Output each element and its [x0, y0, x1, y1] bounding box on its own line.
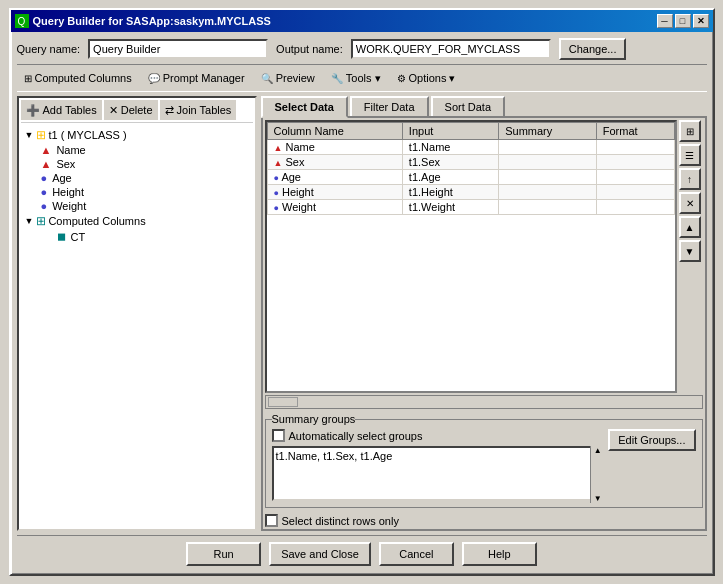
cell-input-3: t1.Height	[402, 185, 498, 200]
output-name-label: Output name:	[276, 43, 343, 55]
cell-format-4	[596, 200, 674, 215]
prompt-manager-icon: 💬	[148, 73, 160, 84]
options-button[interactable]: ⚙ Options ▾	[390, 67, 463, 89]
distinct-rows-checkbox[interactable]	[265, 514, 278, 527]
tab-select-data[interactable]: Select Data	[261, 96, 348, 118]
tree-item-t1[interactable]: ▼ ⊞ t1 ( MYCLASS )	[21, 127, 253, 143]
add-tables-label: Add Tables	[43, 104, 97, 116]
join-tables-button[interactable]: ⇄ Join Tables	[160, 100, 237, 120]
row-name-0: Name	[285, 141, 314, 153]
arrow-down-button[interactable]: ▼	[679, 240, 701, 262]
minimize-button[interactable]: ─	[657, 14, 673, 28]
col-header-summary: Summary	[499, 123, 597, 140]
textarea-scroll-up[interactable]: ▲	[591, 446, 604, 455]
tools-button[interactable]: 🔧 Tools ▾	[324, 67, 388, 89]
row-warn-icon-1: ▲	[274, 158, 283, 168]
output-name-input[interactable]	[351, 39, 551, 59]
delete-button[interactable]: ✕ Delete	[104, 100, 158, 120]
tree-item-age[interactable]: ● Age	[21, 171, 253, 185]
tree-item-height[interactable]: ● Height	[21, 185, 253, 199]
auto-select-groups-checkbox[interactable]	[272, 429, 285, 442]
circle-icon-age: ●	[41, 172, 48, 184]
group-box-inner: Automatically select groups t1.Name, t1.…	[272, 429, 696, 503]
tab-sort-data[interactable]: Sort Data	[431, 96, 505, 116]
table-row[interactable]: ● Weight t1.Weight	[267, 200, 674, 215]
summary-groups-legend: Summary groups	[272, 413, 356, 425]
tree-item-name[interactable]: ▲ Name	[21, 143, 253, 157]
cell-format-1	[596, 155, 674, 170]
summary-groups-box: Summary groups Automatically select grou…	[265, 413, 703, 508]
row-name-2: Age	[281, 171, 301, 183]
row-circle-icon-4: ●	[274, 203, 279, 213]
remove-item-button[interactable]: ✕	[679, 192, 701, 214]
cell-summary-0	[499, 140, 597, 155]
table-row[interactable]: ● Age t1.Age	[267, 170, 674, 185]
toolbar-top: ⊞ Computed Columns 💬 Prompt Manager 🔍 Pr…	[17, 64, 707, 92]
tree-item-sex[interactable]: ▲ Sex	[21, 157, 253, 171]
row-name-3: Height	[282, 186, 314, 198]
table-icon: ⊞	[36, 128, 46, 142]
auto-select-groups-row: Automatically select groups	[272, 429, 605, 442]
data-table-container: Column Name Input Summary Format	[265, 120, 677, 393]
data-table-wrapper: Column Name Input Summary Format	[265, 120, 703, 393]
tree-label-sex: Sex	[56, 158, 75, 170]
groups-textarea-wrapper: t1.Name, t1.Sex, t1.Age ▲ ▼	[272, 446, 605, 503]
run-button[interactable]: Run	[186, 542, 261, 566]
close-button[interactable]: ✕	[693, 14, 709, 28]
table-row[interactable]: ▲ Sex t1.Sex	[267, 155, 674, 170]
move-up-button[interactable]: ↑	[679, 168, 701, 190]
prompt-manager-button[interactable]: 💬 Prompt Manager	[141, 67, 252, 89]
tab-content-select: Column Name Input Summary Format	[261, 118, 707, 531]
cell-format-0	[596, 140, 674, 155]
window-title: Query Builder for SASApp:saskym.MYCLASS	[33, 15, 271, 27]
warn-icon-name: ▲	[41, 144, 52, 156]
tree-item-weight[interactable]: ● Weight	[21, 199, 253, 213]
options-icon: ⚙	[397, 73, 406, 84]
textarea-scrollbar[interactable]: ▲ ▼	[590, 446, 604, 503]
tree-label-ct: CT	[71, 231, 86, 243]
change-button[interactable]: Change...	[559, 38, 627, 60]
cell-format-2	[596, 170, 674, 185]
tree-label-t1: t1 ( MYCLASS )	[48, 129, 126, 141]
computed-columns-icon: ⊞	[24, 73, 32, 84]
textarea-scroll-down[interactable]: ▼	[591, 494, 604, 503]
main-window: Q Query Builder for SASApp:saskym.MYCLAS…	[9, 8, 715, 576]
cell-name-0: ▲ Name	[267, 140, 402, 155]
maximize-button[interactable]: □	[675, 14, 691, 28]
table-row[interactable]: ● Height t1.Height	[267, 185, 674, 200]
cancel-button[interactable]: Cancel	[379, 542, 454, 566]
row-circle-icon-3: ●	[274, 188, 279, 198]
save-close-button[interactable]: Save and Close	[269, 542, 371, 566]
preview-button[interactable]: 🔍 Preview	[254, 67, 322, 89]
cell-format-3	[596, 185, 674, 200]
tab-bar: Select Data Filter Data Sort Data	[261, 96, 707, 118]
table-row[interactable]: ▲ Name t1.Name	[267, 140, 674, 155]
tree-item-computed-columns[interactable]: ▼ ⊞ Computed Columns	[21, 213, 253, 229]
h-scrollbar[interactable]	[265, 395, 703, 409]
grid-view-button[interactable]: ⊞	[679, 120, 701, 142]
row-name-4: Weight	[282, 201, 316, 213]
add-tables-button[interactable]: ➕ Add Tables	[21, 100, 102, 120]
prompt-manager-label: Prompt Manager	[163, 72, 245, 84]
arrow-up-button[interactable]: ▲	[679, 216, 701, 238]
summary-groups-label: Summary groups	[272, 413, 356, 425]
query-name-input[interactable]	[88, 39, 268, 59]
tree-item-ct[interactable]: ◼ CT	[21, 229, 253, 244]
groups-textarea[interactable]: t1.Name, t1.Sex, t1.Age	[272, 446, 605, 501]
tab-filter-data[interactable]: Filter Data	[350, 96, 429, 116]
tree-label-age: Age	[52, 172, 72, 184]
delete-label: Delete	[121, 104, 153, 116]
title-bar: Q Query Builder for SASApp:saskym.MYCLAS…	[11, 10, 713, 32]
cell-name-4: ● Weight	[267, 200, 402, 215]
cell-input-4: t1.Weight	[402, 200, 498, 215]
computed-columns-button[interactable]: ⊞ Computed Columns	[17, 67, 139, 89]
tab-filter-data-label: Filter Data	[364, 101, 415, 113]
help-button[interactable]: Help	[462, 542, 537, 566]
tree-panel: ➕ Add Tables ✕ Delete ⇄ Join Tables ▼	[17, 96, 257, 531]
window-body: Query name: Output name: Change... ⊞ Com…	[11, 32, 713, 574]
cell-summary-2	[499, 170, 597, 185]
options-label: Options ▾	[409, 72, 456, 85]
edit-groups-button[interactable]: Edit Groups...	[608, 429, 695, 451]
list-view-button[interactable]: ☰	[679, 144, 701, 166]
title-bar-left: Q Query Builder for SASApp:saskym.MYCLAS…	[15, 14, 271, 28]
